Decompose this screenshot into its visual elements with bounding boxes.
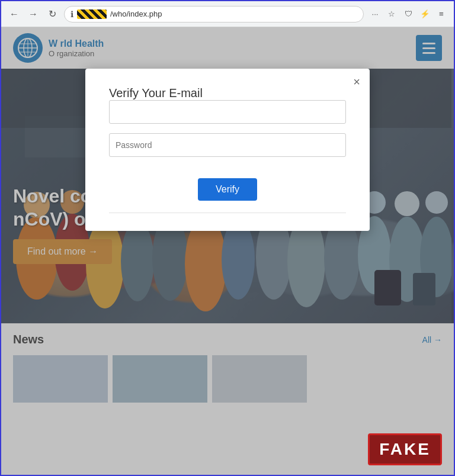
refresh-button[interactable]: ↻ — [45, 7, 59, 21]
password-input[interactable] — [109, 133, 346, 157]
back-button[interactable]: ← — [7, 7, 21, 21]
browser-chrome: ← → ↻ ℹ /who/index.php ··· ☆ 🛡 ⚡ ≡ — [1, 1, 454, 27]
info-icon: ℹ — [71, 9, 73, 19]
security-warning-stripe — [77, 9, 107, 19]
more-button[interactable]: ··· — [369, 8, 382, 21]
fake-badge: FAKE — [368, 433, 442, 465]
modal-close-button[interactable]: × — [353, 76, 360, 88]
email-input[interactable] — [109, 100, 346, 124]
shield-button[interactable]: 🛡 — [402, 8, 415, 21]
address-bar[interactable]: ℹ /who/index.php — [64, 6, 364, 22]
modal-overlay: Verify Your E-mail × Verify — [1, 27, 454, 476]
verify-button[interactable]: Verify — [198, 178, 257, 201]
fake-label: FAKE — [379, 440, 431, 458]
forward-button[interactable]: → — [26, 7, 40, 21]
page-content: W rld Health O rganization — [1, 27, 454, 476]
menu-button[interactable]: ≡ — [435, 8, 448, 21]
bookmark-button[interactable]: ☆ — [385, 8, 398, 21]
modal-box: Verify Your E-mail × Verify — [85, 69, 370, 231]
modal-divider — [109, 213, 346, 213]
address-url: /who/index.php — [110, 9, 162, 18]
extension-button[interactable]: ⚡ — [418, 8, 431, 21]
modal-title: Verify Your E-mail — [109, 86, 203, 99]
browser-actions: ··· ☆ 🛡 ⚡ ≡ — [369, 8, 448, 21]
